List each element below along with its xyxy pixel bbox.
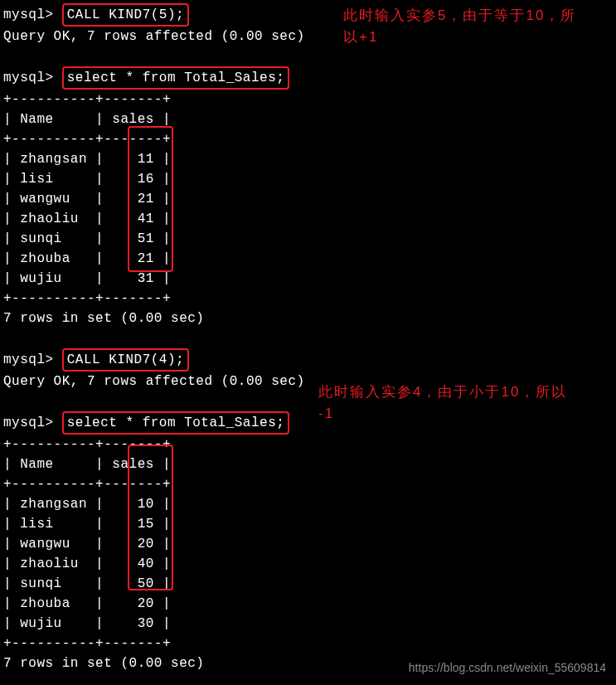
table-row: | lisi | 15 | [3, 514, 613, 534]
table-row: | lisi | 16 | [3, 169, 613, 189]
annotation-text: -1 [318, 403, 567, 425]
annotation-text: 此时输入实参4，由于小于10，所以 [318, 381, 567, 403]
table-row: | wangwu | 20 | [3, 534, 613, 554]
table-header: | Name | sales | [3, 454, 613, 474]
mysql-prompt: mysql> [3, 70, 54, 85]
sql-command-call1[interactable]: CALL KIND7(5); [62, 3, 189, 27]
watermark-text: https://blog.csdn.net/weixin_55609814 [409, 659, 606, 677]
table-row: | sunqi | 50 | [3, 574, 613, 594]
table-sep: +----------+-------+ [3, 129, 613, 149]
table-sep: +----------+-------+ [3, 90, 613, 109]
table-sep: +----------+-------+ [3, 634, 613, 653]
table-row: | zhangsan | 10 | [3, 494, 613, 514]
table-row: | zhaoliu | 40 | [3, 554, 613, 574]
terminal-line: mysql> select * from Total_Sales; [3, 66, 613, 90]
sql-command-select2[interactable]: select * from Total_Sales; [62, 411, 290, 435]
table-sep: +----------+-------+ [3, 435, 613, 454]
mysql-prompt: mysql> [3, 352, 54, 367]
table-row: | zhangsan | 11 | [3, 149, 613, 169]
table-row: | wujiu | 30 | [3, 614, 613, 634]
table-row: | wangwu | 21 | [3, 189, 613, 209]
table-header: | Name | sales | [3, 109, 613, 129]
annotation-1: 此时输入实参5，由于等于10，所 以+1 [343, 5, 576, 47]
mysql-prompt: mysql> [3, 415, 54, 430]
sql-command-select1[interactable]: select * from Total_Sales; [62, 66, 290, 90]
annotation-2: 此时输入实参4，由于小于10，所以 -1 [318, 381, 567, 424]
table-sep: +----------+-------+ [3, 289, 613, 308]
table-footer: 7 rows in set (0.00 sec) [3, 308, 613, 328]
blank-line [3, 46, 613, 66]
table-row: | sunqi | 51 | [3, 229, 613, 249]
table-row: | wujiu | 31 | [3, 269, 613, 289]
table-row: | zhaoliu | 41 | [3, 209, 613, 229]
terminal-line: mysql> CALL KIND7(4); [3, 348, 613, 372]
blank-line [3, 328, 613, 348]
annotation-text: 以+1 [343, 27, 576, 48]
mysql-prompt: mysql> [3, 7, 54, 22]
sql-command-call2[interactable]: CALL KIND7(4); [62, 348, 189, 372]
table-sep: +----------+-------+ [3, 474, 613, 494]
table-row: | zhouba | 20 | [3, 594, 613, 614]
table-row: | zhouba | 21 | [3, 249, 613, 269]
annotation-text: 此时输入实参5，由于等于10，所 [343, 5, 576, 27]
